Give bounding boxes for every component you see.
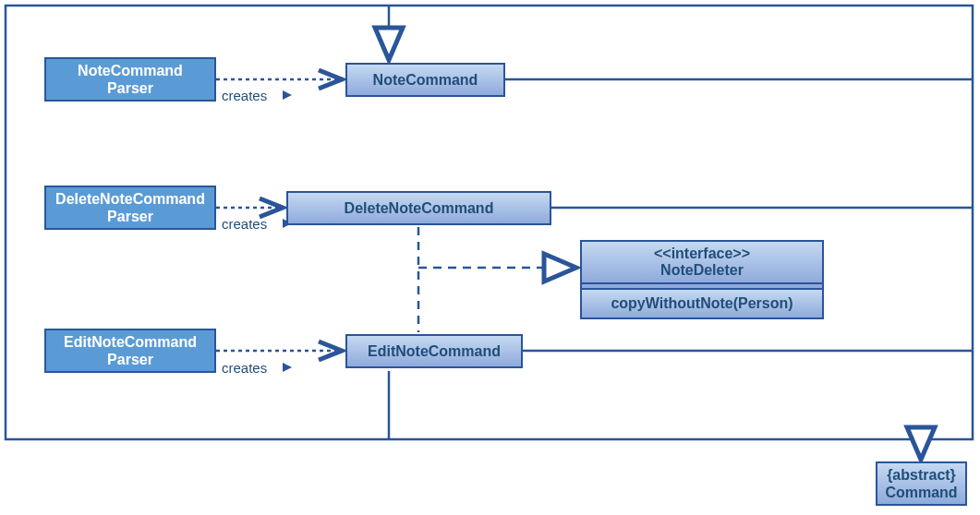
class-name-line1: DeleteNoteCommand xyxy=(55,190,205,208)
creates-label-3: creates xyxy=(222,360,267,376)
class-name: DeleteNoteCommand xyxy=(345,199,494,217)
class-name-line2: Parser xyxy=(107,79,153,97)
class-name-line1: EditNoteCommand xyxy=(64,333,197,351)
delete-note-command-parser-class: DeleteNoteCommand Parser xyxy=(44,186,216,230)
class-name: NoteCommand xyxy=(373,71,478,89)
class-name-line2: Parser xyxy=(107,351,153,368)
note-deleter-interface: <<interface>> NoteDeleter copyWithoutNot… xyxy=(580,240,824,319)
creates-label-1: creates xyxy=(222,88,267,103)
command-abstract-class: {abstract} Command xyxy=(876,461,967,506)
edit-note-command-parser-class: EditNoteCommand Parser xyxy=(44,329,216,373)
class-name-line1: NoteCommand xyxy=(78,62,183,79)
edit-note-command-class: EditNoteCommand xyxy=(345,334,523,368)
interface-name: NoteDeleter xyxy=(582,262,822,279)
class-name-line2: Parser xyxy=(107,208,153,225)
creates-label-2: creates xyxy=(222,216,267,232)
abstract-stereotype: {abstract} xyxy=(887,466,956,484)
abstract-name: Command xyxy=(885,484,957,501)
interface-method: copyWithoutNote(Person) xyxy=(582,290,822,317)
note-command-class: NoteCommand xyxy=(345,63,505,97)
delete-note-command-class: DeleteNoteCommand xyxy=(286,191,551,225)
class-name: EditNoteCommand xyxy=(368,342,501,360)
note-command-parser-class: NoteCommand Parser xyxy=(44,57,216,102)
interface-stereotype: <<interface>> xyxy=(582,246,822,262)
